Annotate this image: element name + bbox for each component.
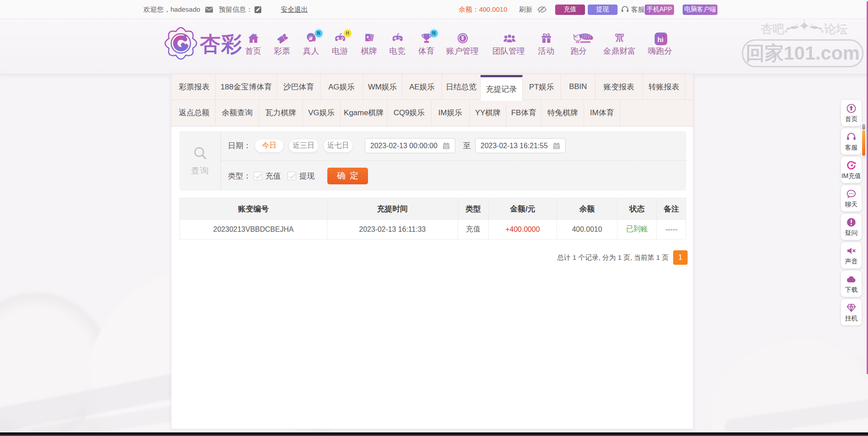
- date-from-input[interactable]: 2023-02-13 00:00:00: [365, 138, 455, 153]
- tab-YY棋牌[interactable]: YY棋牌: [470, 100, 506, 126]
- nav-label: 账户管理: [446, 46, 479, 56]
- nav-item-team[interactable]: 团队管理: [492, 32, 525, 56]
- tab-IM体育[interactable]: IM体育: [584, 100, 620, 126]
- recharge-button[interactable]: 充值: [555, 5, 585, 15]
- calendar-icon[interactable]: [438, 142, 451, 150]
- nav-item-gift[interactable]: 活动: [538, 32, 554, 56]
- nav-item-egame[interactable]: H电游: [332, 32, 348, 56]
- edit-icon[interactable]: [255, 6, 261, 13]
- side-label: 声音: [845, 258, 858, 266]
- tab-IM娱乐[interactable]: IM娱乐: [431, 100, 470, 126]
- tab-充提记录[interactable]: 充提记录: [481, 75, 523, 101]
- reserved-info-label: 预留信息：: [219, 5, 253, 14]
- scrollbar-thumb[interactable]: [862, 130, 865, 156]
- side-label: 挂机: [845, 314, 858, 323]
- account-icon: [457, 32, 469, 44]
- tab-AE娱乐[interactable]: AE娱乐: [402, 74, 442, 99]
- checkbox-recharge[interactable]: [254, 172, 262, 180]
- calendar-icon[interactable]: [548, 142, 561, 150]
- tab-WM娱乐[interactable]: WM娱乐: [363, 74, 402, 99]
- withdraw-button[interactable]: 提现: [588, 5, 618, 15]
- service-link[interactable]: 客服: [631, 5, 645, 14]
- checkbox-withdraw[interactable]: [288, 172, 296, 180]
- tab-188金宝博体育[interactable]: 188金宝博体育: [216, 74, 277, 99]
- nav-item-lottery[interactable]: 彩票: [274, 32, 290, 56]
- tab-转账报表[interactable]: 转账报表: [643, 74, 685, 99]
- mobile-app-button[interactable]: 手机APP: [645, 5, 674, 15]
- site-logo[interactable]: 杏彩: [164, 27, 242, 61]
- page-button-1[interactable]: 1: [673, 250, 688, 265]
- chat-icon: [846, 188, 857, 199]
- eye-slash-icon[interactable]: [537, 6, 547, 13]
- tab-BBIN[interactable]: BBIN: [561, 74, 595, 99]
- content-card: 彩票报表188金宝博体育沙巴体育AG娱乐WM娱乐AE娱乐日结总览充提记录PT娱乐…: [171, 74, 693, 429]
- pill-today[interactable]: 今日: [255, 139, 284, 153]
- nav-item-home[interactable]: 首页: [245, 32, 261, 56]
- nav-item-live[interactable]: N真人: [303, 32, 319, 56]
- filter-panel: 查询 日期： 今日 近三日 近七日 2023-02-13 00:00:00 至 …: [179, 131, 686, 191]
- scrollbar-track[interactable]: [861, 122, 866, 157]
- row-amount: +400.0000: [489, 220, 557, 239]
- headset-icon: [621, 6, 629, 13]
- tab-Kgame棋牌[interactable]: Kgame棋牌: [340, 100, 387, 126]
- ding-icon: [613, 32, 626, 44]
- tab-特兔棋牌[interactable]: 特兔棋牌: [542, 100, 584, 126]
- page: 欢迎您，hadesado 预留信息： 安全退出 余额：400.0010 刷新 充…: [0, 0, 868, 436]
- pc-client-button[interactable]: 电脑客户端: [683, 5, 717, 15]
- nav-item-hi[interactable]: hi嗨跑分: [648, 32, 672, 56]
- svg-text:hi: hi: [657, 36, 663, 43]
- tab-余额查询[interactable]: 余额查询: [216, 100, 259, 126]
- tab-日结总览[interactable]: 日结总览: [442, 74, 481, 99]
- scrollbar-cap[interactable]: [862, 124, 865, 130]
- side-label: 首页: [845, 115, 858, 123]
- side-download[interactable]: 下载: [841, 271, 862, 297]
- tab-沙巴体育[interactable]: 沙巴体育: [277, 74, 321, 99]
- tab-AG娱乐[interactable]: AG娱乐: [321, 74, 363, 99]
- nav-label: 团队管理: [492, 46, 525, 56]
- side-sound-off[interactable]: 声音: [841, 242, 862, 268]
- col-header-状态: 状态: [618, 198, 657, 220]
- col-header-余额: 余额: [557, 198, 618, 220]
- nav-item-account[interactable]: 账户管理: [446, 32, 479, 56]
- nav-item-paofen[interactable]: 跑分: [571, 32, 587, 56]
- side-service[interactable]: 客服: [841, 128, 862, 155]
- lottery-icon: [276, 32, 288, 44]
- tab-FB体育[interactable]: FB体育: [506, 100, 542, 126]
- col-header-账变编号: 账变编号: [180, 198, 327, 220]
- tab-返点总额[interactable]: 返点总额: [173, 100, 216, 126]
- tab-CQ9娱乐[interactable]: CQ9娱乐: [387, 100, 431, 126]
- flourish-icon: [785, 20, 824, 37]
- side-question[interactable]: 疑问: [841, 214, 862, 240]
- tab-账变报表[interactable]: 账变报表: [595, 74, 643, 99]
- logout-link[interactable]: 安全退出: [281, 5, 308, 14]
- tab-VG娱乐[interactable]: VG娱乐: [303, 100, 340, 126]
- nav-label: 电游: [332, 46, 348, 56]
- nav-item-sports[interactable]: N体育: [418, 32, 434, 56]
- row-remark: -----: [657, 220, 686, 239]
- nav-item-cards[interactable]: 棋牌: [361, 32, 377, 56]
- side-top[interactable]: 首页: [841, 100, 862, 126]
- side-im-recharge[interactable]: IM充值: [841, 157, 862, 183]
- side-idle[interactable]: 挂机: [841, 299, 862, 325]
- tab-PT娱乐[interactable]: PT娱乐: [523, 74, 561, 99]
- im-recharge-icon: [846, 160, 857, 171]
- date-to-input[interactable]: 2023-02-13 16:21:55: [475, 138, 566, 153]
- pagination-summary: 总计 1 个记录, 分为 1 页, 当前第 1 页: [557, 253, 669, 262]
- nav-label: 跑分: [571, 46, 587, 56]
- cards-icon: [363, 32, 375, 44]
- tab-彩票报表[interactable]: 彩票报表: [173, 74, 216, 99]
- mail-icon[interactable]: [205, 7, 213, 13]
- refresh-link[interactable]: 刷新: [519, 5, 533, 14]
- query-label: 查询: [191, 165, 209, 177]
- side-chat[interactable]: 聊天: [841, 185, 862, 211]
- pill-3days[interactable]: 近三日: [288, 139, 319, 153]
- tab-瓦力棋牌[interactable]: 瓦力棋牌: [259, 100, 303, 126]
- live-icon: N: [305, 32, 317, 44]
- submit-button[interactable]: 确 定: [327, 168, 368, 184]
- search-icon: [192, 145, 208, 163]
- idle-icon: [846, 302, 857, 313]
- nav-item-ding[interactable]: 金鼎财富: [603, 32, 636, 56]
- topbar: 欢迎您，hadesado 预留信息： 安全退出 余额：400.0010 刷新 充…: [0, 0, 868, 19]
- nav-item-esports[interactable]: 电竞: [389, 32, 406, 56]
- pill-7days[interactable]: 近七日: [323, 139, 353, 153]
